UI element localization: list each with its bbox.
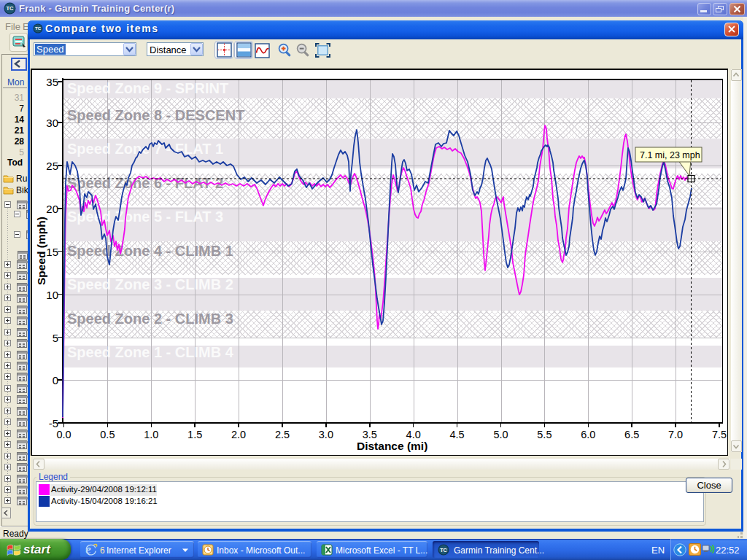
svg-text:7.1 mi, 23 mph: 7.1 mi, 23 mph bbox=[640, 150, 700, 160]
svg-text:TC: TC bbox=[35, 26, 42, 31]
svg-text:TC: TC bbox=[7, 5, 15, 12]
svg-text:TC: TC bbox=[440, 548, 446, 553]
